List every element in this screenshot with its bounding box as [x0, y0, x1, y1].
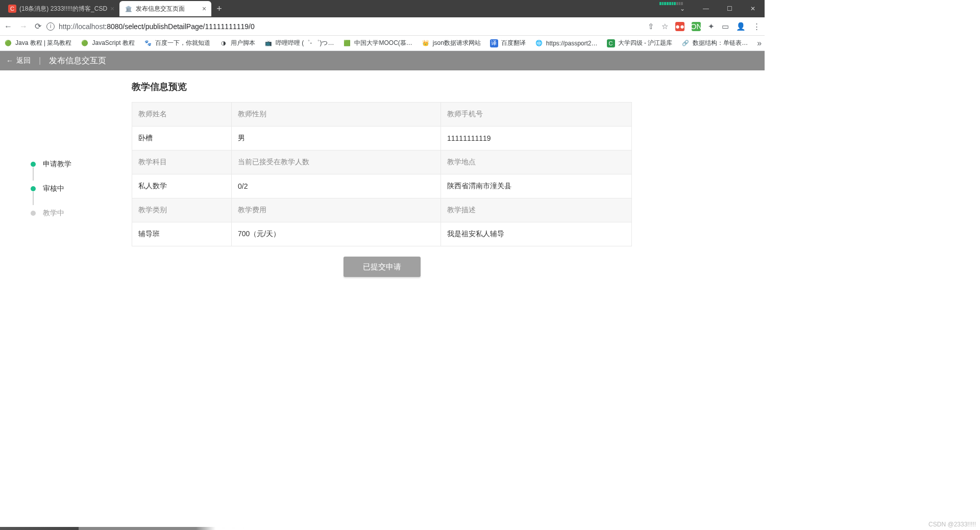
reload-icon[interactable]: ⟳: [35, 21, 41, 31]
bookmark-icon: 🟢: [4, 39, 12, 47]
bookmark-label: 数据结构：单链表…: [693, 39, 748, 47]
page-header: ← 返回 | 发布信息交互页: [0, 51, 765, 70]
extension-icon[interactable]: ON: [692, 22, 701, 31]
value-fee: 700（元/天）: [232, 222, 441, 246]
steps-sidebar: 申请教学 审核中 教学中: [0, 81, 132, 277]
site-info-icon[interactable]: i: [46, 22, 55, 31]
bookmark-item[interactable]: 译百度翻译: [490, 39, 526, 47]
bookmark-icon: 🟩: [343, 39, 351, 47]
bookmark-label: 百度翻译: [501, 39, 526, 47]
section-title: 教学信息预览: [132, 81, 632, 93]
profile-icon[interactable]: 👤: [736, 22, 746, 31]
header-subject: 教学科目: [132, 150, 232, 174]
bookmark-icon: ◑: [219, 39, 228, 47]
star-icon[interactable]: ☆: [662, 22, 668, 31]
bookmark-icon: 👑: [422, 39, 430, 47]
separator: |: [39, 56, 41, 65]
back-label: 返回: [16, 56, 31, 65]
browser-tab-inactive[interactable]: C (18条消息) 2333!!!!!的博客_CSD ×: [3, 1, 119, 16]
value-subject: 私人数学: [132, 174, 232, 198]
address-bar-row: ← → ⟳ i http://localhost:8080/select/pub…: [0, 17, 765, 36]
bookmark-item[interactable]: 🐾百度一下，你就知道: [144, 39, 210, 47]
bookmark-item[interactable]: 🟩中国大学MOOC(慕…: [343, 39, 412, 47]
browser-tab-active[interactable]: 🏛️ 发布信息交互页面 ×: [119, 1, 211, 16]
table-row: 教师姓名 教师性别 教师手机号: [132, 103, 632, 127]
bookmark-item[interactable]: 🟢JavaScript 教程: [81, 39, 134, 47]
bookmark-label: 用户脚本: [231, 39, 255, 47]
table-row: 私人数学 0/2 陕西省渭南市潼关县: [132, 174, 632, 198]
header-teacher-gender: 教师性别: [232, 103, 441, 127]
page-title: 发布信息交互页: [49, 56, 106, 66]
step-dot-icon: [31, 186, 36, 191]
value-teacher-phone: 11111111119: [441, 127, 632, 150]
window-dropdown-icon[interactable]: ⌄: [671, 0, 694, 17]
bookmark-item[interactable]: C大学四级 - 沪江题库: [607, 39, 673, 47]
bookmark-item[interactable]: 🌐https://passport2…: [535, 39, 598, 47]
step-dot-icon: [31, 211, 36, 216]
header-teacher-name: 教师姓名: [132, 103, 232, 127]
value-location: 陕西省渭南市潼关县: [441, 174, 632, 198]
extension-icon[interactable]: ●●: [675, 22, 684, 31]
value-teacher-name: 卧槽: [132, 127, 232, 150]
step-teaching: 教学中: [31, 201, 132, 225]
header-location: 教学地点: [441, 150, 632, 174]
bookmark-icon: C: [607, 39, 615, 47]
tab-title: 发布信息交互页面: [136, 5, 199, 13]
close-icon[interactable]: ×: [110, 5, 114, 13]
back-link[interactable]: ← 返回: [6, 56, 31, 65]
url-path: /select/publishDetailPage/11111111119/0: [122, 22, 254, 31]
bookmarks-bar: 🟢Java 教程 | 菜鸟教程 🟢JavaScript 教程 🐾百度一下，你就知…: [0, 36, 765, 51]
content-area: 申请教学 审核中 教学中 教学信息预览 教师姓名 教师性别 教师手机号 卧槽 男…: [0, 70, 765, 277]
table-row: 教学类别 教学费用 教学描述: [132, 198, 632, 222]
extensions-icon[interactable]: ✦: [708, 22, 715, 31]
back-icon[interactable]: ←: [4, 22, 12, 31]
bookmark-icon: 🟢: [81, 39, 89, 47]
back-arrow-icon: ←: [6, 57, 13, 65]
value-teacher-gender: 男: [232, 127, 441, 150]
value-category: 辅导班: [132, 222, 232, 246]
menu-icon[interactable]: ⋮: [753, 22, 761, 31]
submitted-button: 已提交申请: [344, 257, 421, 277]
new-tab-button[interactable]: +: [211, 4, 227, 14]
url-input[interactable]: i http://localhost:8080/select/publishDe…: [46, 22, 643, 31]
bookmark-label: 哔哩哔哩 (゜- ゜)つ…: [276, 39, 334, 47]
bookmark-item[interactable]: 🔗数据结构：单链表…: [681, 39, 748, 47]
share-icon[interactable]: ⇧: [648, 22, 654, 31]
bookmark-label: https://passport2…: [546, 40, 598, 47]
step-dot-icon: [31, 162, 36, 167]
bookmark-icon: 🐾: [144, 39, 152, 47]
table-row: 教学科目 当前已接受在教学人数 教学地点: [132, 150, 632, 174]
step-apply: 申请教学: [31, 152, 132, 176]
bookmark-item[interactable]: ◑用户脚本: [219, 39, 255, 47]
url-host: http://localhost: [59, 22, 105, 31]
bookmark-label: json数据请求网站: [433, 39, 481, 47]
forward-icon[interactable]: →: [19, 22, 28, 31]
step-label: 教学中: [43, 209, 64, 218]
bookmark-item[interactable]: 📺哔哩哔哩 (゜- ゜)つ…: [264, 39, 334, 47]
reading-list-icon[interactable]: ▭: [722, 22, 729, 31]
bookmark-label: Java 教程 | 菜鸟教程: [15, 39, 71, 47]
main-panel: 教学信息预览 教师姓名 教师性别 教师手机号 卧槽 男 11111111119 …: [132, 81, 632, 277]
value-capacity: 0/2: [232, 174, 441, 198]
favicon-csdn: C: [8, 5, 16, 13]
bookmark-item[interactable]: 🟢Java 教程 | 菜鸟教程: [4, 39, 71, 47]
step-label: 申请教学: [43, 160, 71, 169]
window-close-icon[interactable]: ✕: [741, 0, 765, 17]
bookmark-label: JavaScript 教程: [92, 39, 134, 47]
header-teacher-phone: 教师手机号: [441, 103, 632, 127]
bookmark-icon: 译: [490, 39, 498, 47]
bookmark-label: 百度一下，你就知道: [155, 39, 210, 47]
browser-tab-strip: C (18条消息) 2333!!!!!的博客_CSD × 🏛️ 发布信息交互页面…: [0, 0, 765, 17]
url-port: :8080: [105, 22, 122, 31]
value-desc: 我是祖安私人辅导: [441, 222, 632, 246]
bookmark-icon: 📺: [264, 39, 273, 47]
table-row: 卧槽 男 11111111119: [132, 127, 632, 150]
bookmarks-overflow-icon[interactable]: »: [757, 39, 762, 48]
minimize-icon[interactable]: —: [694, 0, 718, 17]
bookmark-icon: 🔗: [681, 39, 690, 47]
header-desc: 教学描述: [441, 198, 632, 222]
maximize-icon[interactable]: ☐: [718, 0, 741, 17]
bookmark-item[interactable]: 👑json数据请求网站: [422, 39, 481, 47]
header-fee: 教学费用: [232, 198, 441, 222]
close-icon[interactable]: ×: [202, 5, 206, 13]
